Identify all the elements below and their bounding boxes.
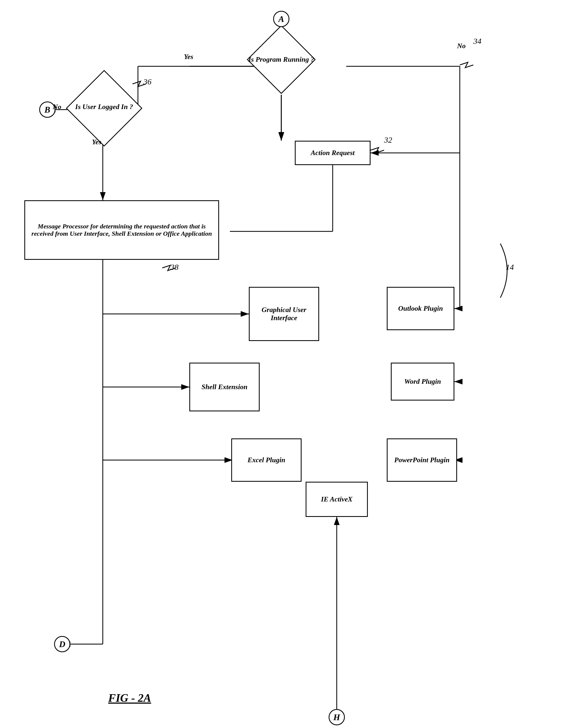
- ie-activex-box: IE ActiveX: [305, 482, 368, 517]
- word-plugin-box: Word Plugin: [391, 363, 454, 401]
- connector-H: H: [328, 709, 345, 725]
- is-user-logged-in-label: Is User Logged In ?: [62, 85, 146, 129]
- powerpoint-plugin-box: PowerPoint Plugin: [387, 438, 457, 482]
- label-yes-left: Yes: [92, 138, 101, 146]
- ref-14: 14: [506, 263, 514, 272]
- excel-plugin-box: Excel Plugin: [231, 438, 301, 482]
- connector-D: D: [54, 636, 70, 652]
- label-no-top: No: [457, 42, 466, 50]
- ref-38: 38: [170, 263, 179, 272]
- message-processor-box: Message Processor for determining the re…: [24, 200, 219, 260]
- label-no-left: No: [53, 103, 61, 111]
- figure-caption: FIG - 2A: [108, 691, 151, 704]
- flowchart-diagram: A Is Program Running ? B Is User Logged …: [0, 0, 565, 728]
- graphical-user-interface-box: Graphical User Interface: [249, 287, 319, 341]
- label-yes-top: Yes: [184, 53, 193, 61]
- shell-extension-box: Shell Extension: [189, 363, 260, 411]
- ref-34: 34: [473, 37, 481, 46]
- outlook-plugin-box: Outlook Plugin: [387, 287, 454, 330]
- ref-36: 36: [143, 77, 152, 86]
- action-request-box: Action Request: [295, 141, 370, 165]
- ref-32: 32: [384, 135, 392, 145]
- is-program-running-label: Is Program Running ?: [235, 41, 327, 78]
- connector-A: A: [273, 11, 289, 27]
